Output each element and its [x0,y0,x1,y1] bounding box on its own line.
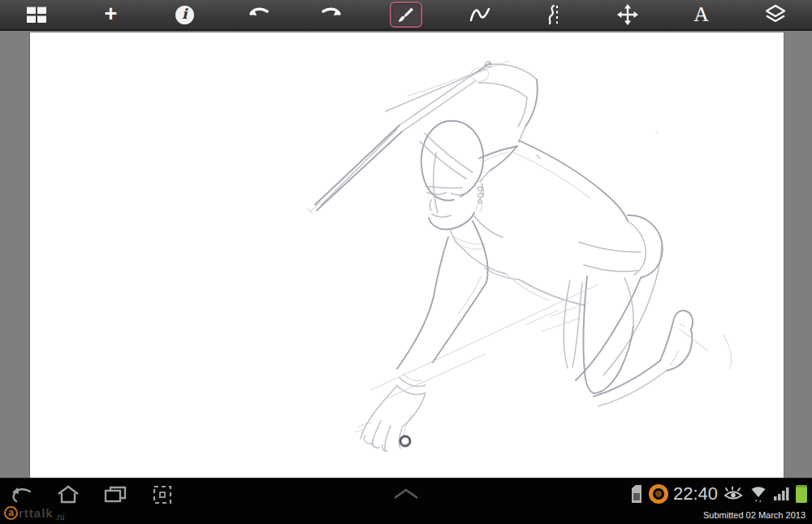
symmetry-icon [544,4,564,25]
media-app-icon [649,484,668,504]
submitted-date: Submitted 02 March 2013 [703,510,806,520]
wifi-icon [749,484,768,504]
back-button[interactable] [8,483,34,506]
recent-apps-button[interactable] [102,483,128,506]
transform-move-button[interactable] [611,2,644,28]
sd-card-icon [629,484,644,504]
drawing-canvas[interactable] [30,32,784,478]
info-button[interactable]: i [168,2,201,28]
chevron-up-icon [387,487,425,501]
tablet-screen: + i [0,0,812,524]
signal-strength-icon [773,485,791,503]
expand-panel-handle[interactable] [380,485,432,503]
gallery-button[interactable] [20,2,53,28]
add-new-button[interactable]: + [94,2,127,28]
stroke-smooth-button[interactable] [464,2,496,28]
workspace-background [0,32,812,478]
text-tool-button[interactable]: A [685,2,718,28]
screenshot-icon [151,484,174,505]
layers-button[interactable] [759,2,792,28]
undo-button[interactable] [242,2,274,28]
plus-icon: + [104,3,117,25]
clock: 22:40 [673,483,718,505]
move-arrows-icon [617,4,638,25]
battery-icon [796,485,807,503]
undo-icon [247,6,270,24]
info-icon: i [175,6,194,24]
text-icon: A [693,4,709,25]
android-system-bar: 22:40 a rttalk .ru Submitted 02 [0,478,812,524]
smart-stay-eye-icon [723,485,744,503]
screenshot-button[interactable] [149,483,175,506]
back-icon [9,485,33,505]
brush-icon [396,5,416,24]
status-indicators: 22:40 [629,482,807,506]
site-watermark: a rttalk .ru [4,504,64,522]
recent-apps-icon [103,484,127,505]
watermark-logo-icon: a [4,506,18,520]
sketch-drawing [30,32,784,478]
app-toolbar: + i [0,0,812,31]
brush-tool-button[interactable] [390,2,422,28]
wave-curve-icon [469,6,491,24]
symmetry-button[interactable] [538,2,570,28]
redo-button[interactable] [316,2,348,28]
home-icon [56,484,80,505]
gallery-grid-icon [27,6,46,23]
redo-icon [321,6,343,24]
layers-icon [764,4,787,25]
navigation-buttons [8,483,175,506]
home-button[interactable] [55,483,81,506]
